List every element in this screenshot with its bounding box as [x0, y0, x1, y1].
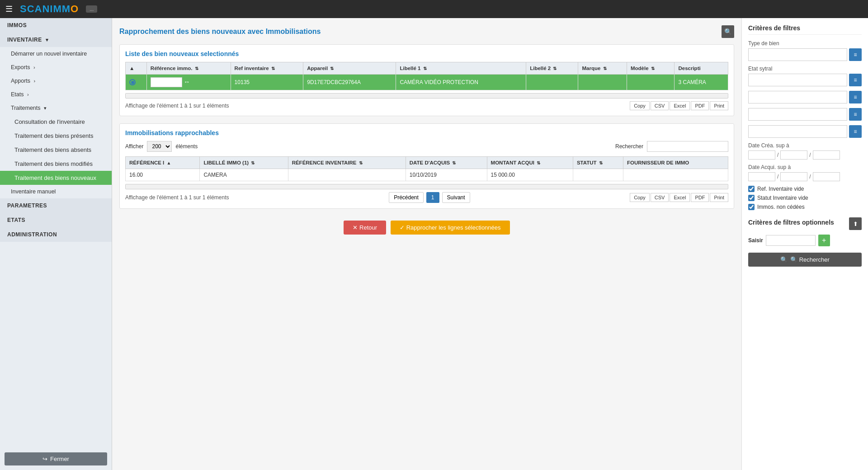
pdf-button-1[interactable]: PDF: [691, 101, 709, 110]
extra2-input-group: ≡: [748, 108, 862, 121]
rechercher-button[interactable]: 🔍 🔍 Rechercher: [748, 253, 862, 267]
extra1-input[interactable]: [748, 91, 847, 103]
sidebar-item-apports[interactable]: Apports ›: [0, 74, 112, 88]
sidebar-item-traitements[interactable]: Traitements ▾: [0, 101, 112, 115]
col-libelle2[interactable]: Libellé 2 ⇅: [526, 62, 578, 75]
col-libelle1[interactable]: Libellé 1 ⇅: [396, 62, 526, 75]
prev-button[interactable]: Précédent: [389, 192, 424, 203]
sidebar-item-demarrer[interactable]: Démarrer un nouvel inventaire: [0, 47, 112, 61]
row-ref-inv: 10135: [231, 75, 303, 90]
page-1-button[interactable]: 1: [426, 192, 439, 203]
statut-inventaire-checkbox[interactable]: [748, 195, 755, 201]
rechercher-input[interactable]: [647, 141, 728, 152]
upload-button[interactable]: ⬆: [849, 217, 862, 230]
filter-title: Critères de filtres: [748, 24, 862, 35]
sidebar-item-absents[interactable]: Traitement des biens absents: [0, 143, 112, 157]
col2-ref[interactable]: RÉFÉRENCE I ▲: [126, 157, 200, 169]
etat-sytral-input[interactable]: [748, 74, 847, 86]
plus-button[interactable]: +: [818, 235, 830, 246]
sidebar-item-exports[interactable]: Exports ›: [0, 61, 112, 74]
col-appareil[interactable]: Appareil ⇅: [303, 62, 396, 75]
scrollbar2[interactable]: [125, 184, 728, 189]
date-acqui-dd[interactable]: [748, 172, 775, 181]
saisir-input[interactable]: [766, 235, 816, 246]
print-button-1[interactable]: Print: [710, 101, 728, 110]
extra3-list-btn[interactable]: ≡: [849, 125, 862, 138]
col-ref-inventaire[interactable]: Ref inventaire ⇅: [231, 62, 303, 75]
afficher-select[interactable]: 200 50 100: [147, 141, 172, 152]
type-bien-input[interactable]: [748, 48, 847, 61]
sidebar-item-etats2[interactable]: ETATS: [0, 213, 112, 227]
copy-button-1[interactable]: Copy: [630, 101, 650, 110]
col2-date[interactable]: DATE D'ACQUIS ⇅: [406, 157, 487, 169]
section1-panel: Liste des bien nouveaux selectionnés ▲ R…: [119, 44, 734, 116]
extra1-input-group: ≡: [748, 91, 862, 103]
sidebar-item-inventaire[interactable]: INVENTAIRE ▾: [0, 33, 112, 47]
section2-toolbar: Affichage de l'élément 1 à 1 sur 1 éléme…: [125, 192, 728, 203]
col2-ref-inv[interactable]: RÉFÉRENCE INVENTAIRE ⇅: [288, 157, 406, 169]
logo-o: O: [71, 3, 79, 14]
col-ref-immo[interactable]: Référence immo. ⇅: [146, 62, 231, 75]
row-ref-immo[interactable]: ↔: [146, 75, 231, 90]
col-descripti[interactable]: Descripti: [675, 62, 728, 75]
filter-extra3: ≡: [748, 125, 862, 138]
date-crea-row: / /: [748, 150, 862, 160]
print-button-2[interactable]: Print: [710, 193, 728, 202]
extra2-list-btn[interactable]: ≡: [849, 108, 862, 121]
copy-button-2[interactable]: Copy: [630, 193, 650, 202]
col2-statut[interactable]: STATUT ⇅: [573, 157, 623, 169]
sidebar-item-nouveaux[interactable]: Traitement des biens nouveaux: [0, 171, 112, 185]
close-button[interactable]: ↪ Fermer: [5, 452, 107, 465]
ref-immo-input[interactable]: [151, 77, 182, 87]
sidebar-item-etats[interactable]: Etats ›: [0, 88, 112, 101]
section1-table-container: ▲ Référence immo. ⇅ Ref inventaire ⇅ App…: [125, 62, 728, 90]
date-crea-dd[interactable]: [748, 150, 775, 160]
extra2-input[interactable]: [748, 108, 847, 121]
col-marque[interactable]: Marque ⇅: [578, 62, 627, 75]
pagination: Précédent 1 Suivant: [389, 192, 470, 203]
sidebar-item-modifies[interactable]: Traitement des biens modifiés: [0, 157, 112, 171]
immos-non-cedees-label: Immos. non cédées: [757, 204, 805, 210]
sidebar-item-immos[interactable]: IMMOS: [0, 18, 112, 33]
type-bien-list-btn[interactable]: ≡: [849, 48, 862, 61]
csv-button-1[interactable]: CSV: [651, 101, 669, 110]
excel-button-2[interactable]: Excel: [670, 193, 690, 202]
col2-montant[interactable]: MONTANT ACQUI ⇅: [487, 157, 573, 169]
row-libelle1: CAMÉRA VIDÉO PROTECTION: [396, 75, 526, 90]
date-acqui-mm[interactable]: [780, 172, 807, 181]
row-radio[interactable]: [126, 75, 147, 90]
scrollbar1[interactable]: [125, 93, 728, 99]
date-acqui-yyyy[interactable]: [813, 172, 840, 181]
extra1-list-btn[interactable]: ≡: [849, 91, 862, 103]
ref-inventaire-checkbox[interactable]: [748, 186, 755, 192]
col2-libelle[interactable]: LIBELLÉ IMMO (1) ⇅: [200, 157, 288, 169]
sidebar-item-administration[interactable]: ADMINISTRATION: [0, 227, 112, 242]
csv-button-2[interactable]: CSV: [651, 193, 669, 202]
pdf-button-2[interactable]: PDF: [691, 193, 709, 202]
sidebar: IMMOS INVENTAIRE ▾ Démarrer un nouvel in…: [0, 18, 112, 470]
sidebar-item-parametres[interactable]: PARAMETRES: [0, 198, 112, 213]
table-row[interactable]: ↔ 10135 9D17E7DCBC29764A CAMÉRA VIDÉO PR…: [126, 75, 728, 90]
excel-button-1[interactable]: Excel: [670, 101, 690, 110]
next-button[interactable]: Suivant: [442, 192, 470, 203]
date-crea-label: Date Créa. sup à: [748, 142, 862, 149]
search-button[interactable]: 🔍: [722, 25, 734, 38]
sidebar-item-presents[interactable]: Traitement des biens présents: [0, 129, 112, 143]
date-crea-mm[interactable]: [780, 150, 807, 160]
sidebar-item-consultation[interactable]: Consultation de l'inventaire: [0, 115, 112, 129]
hamburger-icon[interactable]: ☰: [5, 4, 13, 14]
rapprocher-button[interactable]: ✓ Rapprocher les lignes sélectionnées: [391, 221, 509, 235]
etat-sytral-list-btn[interactable]: ≡: [849, 74, 862, 86]
col-modele[interactable]: Modèle ⇅: [627, 62, 675, 75]
row2-montant: 15 000.00: [487, 169, 573, 181]
retour-button[interactable]: ✕ Retour: [344, 221, 386, 235]
immos-non-cedees-checkbox[interactable]: [748, 204, 755, 210]
sidebar-item-inventaire-manuel[interactable]: Inventaire manuel: [0, 185, 112, 198]
date-crea-yyyy[interactable]: [813, 150, 840, 160]
chevron-right-icon: ›: [27, 92, 29, 97]
table-row-2[interactable]: 16.00 CAMERA 10/10/2019 15 000.00: [126, 169, 728, 181]
extra3-input[interactable]: [748, 125, 847, 138]
col-sort-icon[interactable]: ▲: [126, 62, 147, 75]
col2-fournisseur[interactable]: FOURNISSEUR DE IMMO: [623, 157, 728, 169]
page-title: Rapprochement des biens nouveaux avec Im…: [119, 28, 321, 36]
